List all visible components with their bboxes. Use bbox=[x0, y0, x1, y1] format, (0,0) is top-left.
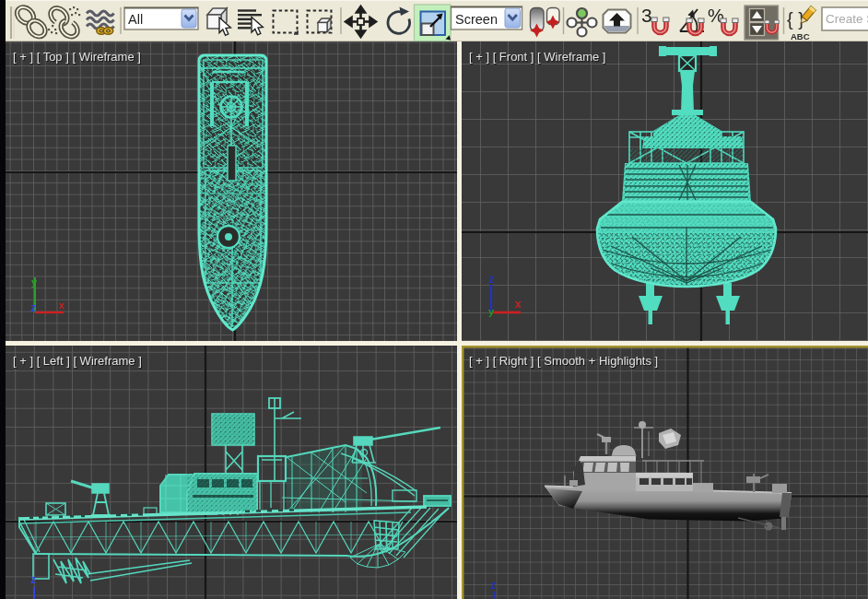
svg-text:z: z bbox=[488, 273, 494, 286]
svg-text:z: z bbox=[490, 579, 496, 592]
svg-text:Create S: Create S bbox=[826, 12, 868, 26]
svg-text:z: z bbox=[30, 573, 36, 586]
svg-text:y: y bbox=[31, 276, 38, 288]
svg-text:y: y bbox=[488, 306, 495, 317]
svg-text:ABC: ABC bbox=[791, 31, 810, 41]
svg-text:All: All bbox=[128, 12, 143, 27]
svg-text:3: 3 bbox=[641, 5, 652, 26]
svg-text:x: x bbox=[515, 298, 522, 311]
svg-text:x: x bbox=[59, 300, 65, 311]
svg-text:Screen: Screen bbox=[455, 12, 498, 27]
